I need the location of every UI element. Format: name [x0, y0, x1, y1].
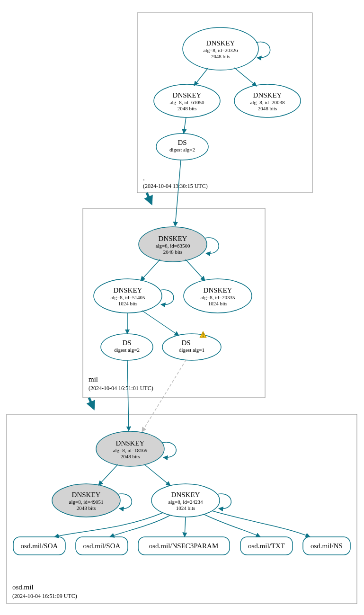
node-mil-zsk1: DNSKEY alg=8, id=51405 1024 bits [94, 279, 162, 313]
node-root-ksk: DNSKEY alg=8, id=20326 2048 bits [183, 27, 258, 70]
svg-text:alg=8, id=24234: alg=8, id=24234 [169, 499, 203, 505]
svg-text:!: ! [202, 332, 204, 339]
svg-text:2048 bits: 2048 bits [77, 505, 96, 511]
svg-text:alg=8, id=63500: alg=8, id=63500 [156, 243, 190, 249]
edge-milzsk1-ds2 [142, 311, 179, 336]
svg-text:DS: DS [178, 139, 186, 146]
edge-rootzsk1-ds [184, 117, 186, 134]
svg-text:DNSKEY: DNSKEY [114, 286, 142, 294]
edge-rootksk-zsk2 [234, 68, 257, 86]
svg-text:alg=8, id=20038: alg=8, id=20038 [250, 99, 285, 105]
svg-text:DNSKEY: DNSKEY [253, 91, 282, 99]
rr-ns: osd.mil/NS [303, 537, 350, 555]
zone-osd-time: (2024-10-04 16:51:09 UTC) [12, 593, 77, 599]
svg-text:alg=8, id=20326: alg=8, id=20326 [204, 47, 238, 53]
svg-text:1024 bits: 1024 bits [118, 301, 138, 306]
svg-text:1024 bits: 1024 bits [208, 301, 228, 306]
node-osd-zsk: DNSKEY alg=8, id=24234 1024 bits [151, 484, 220, 517]
edge-osdksk-key2 [98, 464, 118, 485]
edge-zone-mil-to-osd [89, 398, 94, 409]
svg-text:osd.mil/SOA: osd.mil/SOA [21, 542, 58, 550]
edge-zone-root-to-mil [147, 193, 151, 204]
svg-text:2048 bits: 2048 bits [121, 454, 140, 459]
svg-text:DNSKEY: DNSKEY [72, 491, 101, 499]
svg-text:DNSKEY: DNSKEY [171, 491, 200, 499]
svg-text:digest alg=1: digest alg=1 [179, 347, 204, 353]
node-osd-ksk: DNSKEY alg=8, id=18169 2048 bits [96, 431, 164, 466]
edge-rootds-milksk [175, 160, 181, 226]
svg-text:digest alg=2: digest alg=2 [169, 147, 195, 152]
zone-mil-time: (2024-10-04 16:51:01 UTC) [89, 385, 153, 392]
rr-txt: osd.mil/TXT [240, 537, 293, 555]
svg-text:DS: DS [122, 339, 131, 347]
edge-rootksk-zsk1 [194, 68, 208, 86]
svg-text:2048 bits: 2048 bits [178, 106, 197, 111]
svg-text:1024 bits: 1024 bits [176, 505, 195, 511]
node-root-zsk1: DNSKEY alg=8, id=61050 2048 bits [154, 84, 220, 117]
node-osd-key2: DNSKEY alg=8, id=49051 2048 bits [52, 484, 120, 517]
node-mil-ksk: DNSKEY alg=8, id=63500 2048 bits [139, 227, 207, 262]
svg-text:DNSKEY: DNSKEY [204, 286, 232, 294]
svg-text:digest alg=2: digest alg=2 [114, 347, 140, 353]
zone-root-time: (2024-10-04 13:30:15 UTC) [143, 183, 208, 189]
zone-root-name: . [143, 174, 145, 182]
svg-text:alg=8, id=49051: alg=8, id=49051 [69, 499, 104, 505]
node-mil-ds1: DS digest alg=2 [101, 334, 153, 360]
svg-text:osd.mil/TXT: osd.mil/TXT [248, 542, 285, 550]
edge-zsk-soa1 [54, 513, 163, 537]
svg-text:DNSKEY: DNSKEY [116, 439, 145, 447]
node-root-ds: DS digest alg=2 [156, 134, 208, 160]
edge-milksk-zsk2 [186, 259, 205, 281]
svg-text:DNSKEY: DNSKEY [173, 91, 202, 99]
edge-zsk-txt [204, 514, 260, 537]
rr-nsec3param: osd.mil/NSEC3PARAM [138, 537, 230, 555]
edge-milds2-osdksk [142, 360, 186, 432]
node-mil-zsk2: DNSKEY alg=8, id=20335 1024 bits [184, 279, 252, 313]
svg-text:2048 bits: 2048 bits [163, 249, 183, 255]
node-root-zsk2: DNSKEY alg=8, id=20038 2048 bits [234, 84, 301, 117]
node-mil-ds2: DS digest alg=1 ! [162, 331, 221, 360]
svg-text:2048 bits: 2048 bits [211, 53, 231, 59]
zone-mil-name: mil [89, 375, 98, 383]
svg-text:DS: DS [181, 339, 190, 347]
edge-osdksk-zsk [144, 464, 170, 486]
svg-text:alg=8, id=51405: alg=8, id=51405 [111, 294, 145, 300]
svg-text:DNSKEY: DNSKEY [206, 39, 235, 47]
svg-text:2048 bits: 2048 bits [258, 106, 277, 111]
svg-text:DNSKEY: DNSKEY [159, 235, 187, 242]
svg-text:osd.mil/NSEC3PARAM: osd.mil/NSEC3PARAM [149, 542, 219, 550]
edge-milksk-zsk1 [141, 259, 160, 281]
svg-text:osd.mil/NS: osd.mil/NS [311, 542, 343, 550]
svg-text:alg=8, id=20335: alg=8, id=20335 [201, 294, 235, 300]
svg-text:alg=8, id=61050: alg=8, id=61050 [170, 99, 204, 105]
edge-zsk-nsec [185, 517, 186, 537]
svg-text:alg=8, id=18169: alg=8, id=18169 [113, 447, 148, 453]
rr-soa-2: osd.mil/SOA [76, 537, 128, 555]
svg-text:osd.mil/SOA: osd.mil/SOA [83, 542, 121, 550]
edge-milds1-osdksk [127, 360, 129, 431]
zone-osd-name: osd.mil [12, 583, 34, 591]
rr-soa-1: osd.mil/SOA [13, 537, 65, 555]
